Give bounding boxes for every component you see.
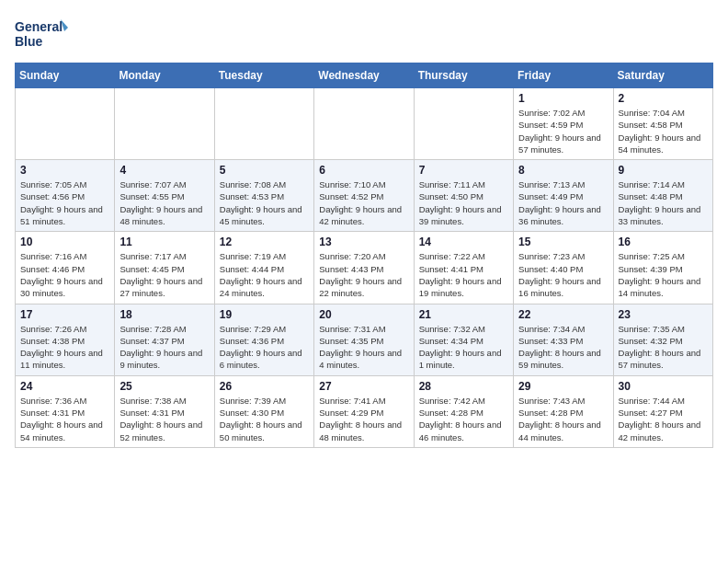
day-number: 26 [220, 380, 309, 393]
calendar-cell: 7Sunrise: 7:11 AM Sunset: 4:50 PM Daylig… [414, 160, 513, 232]
calendar-cell: 21Sunrise: 7:32 AM Sunset: 4:34 PM Dayli… [414, 304, 513, 375]
day-info: Sunrise: 7:32 AM Sunset: 4:34 PM Dayligh… [419, 323, 508, 372]
day-number: 11 [119, 236, 209, 248]
calendar-cell: 23Sunrise: 7:35 AM Sunset: 4:32 PM Dayli… [613, 304, 712, 375]
day-info: Sunrise: 7:17 AM Sunset: 4:45 PM Dayligh… [119, 250, 209, 299]
weekday-header: Thursday [414, 63, 513, 88]
calendar-row: 1Sunrise: 7:02 AM Sunset: 4:59 PM Daylig… [16, 88, 713, 160]
calendar-cell: 14Sunrise: 7:22 AM Sunset: 4:41 PM Dayli… [414, 232, 513, 304]
day-info: Sunrise: 7:20 AM Sunset: 4:43 PM Dayligh… [319, 250, 408, 299]
day-info: Sunrise: 7:10 AM Sunset: 4:52 PM Dayligh… [319, 178, 408, 227]
calendar-cell: 11Sunrise: 7:17 AM Sunset: 4:45 PM Dayli… [115, 232, 214, 304]
day-number: 16 [619, 236, 708, 248]
day-number: 2 [619, 92, 708, 105]
logo: GeneralBlue [15, 15, 70, 52]
calendar-cell: 3Sunrise: 7:05 AM Sunset: 4:56 PM Daylig… [16, 160, 115, 232]
day-number: 25 [119, 380, 209, 393]
day-number: 10 [20, 236, 109, 248]
logo-svg: GeneralBlue [15, 15, 70, 52]
day-info: Sunrise: 7:38 AM Sunset: 4:31 PM Dayligh… [119, 395, 209, 443]
day-number: 5 [220, 164, 309, 177]
calendar-cell: 5Sunrise: 7:08 AM Sunset: 4:53 PM Daylig… [214, 160, 313, 232]
calendar-cell: 25Sunrise: 7:38 AM Sunset: 4:31 PM Dayli… [115, 375, 214, 447]
calendar-cell: 22Sunrise: 7:34 AM Sunset: 4:33 PM Dayli… [514, 304, 613, 375]
calendar-row: 24Sunrise: 7:36 AM Sunset: 4:31 PM Dayli… [16, 375, 713, 447]
day-info: Sunrise: 7:28 AM Sunset: 4:37 PM Dayligh… [119, 323, 209, 372]
day-number: 23 [619, 308, 708, 321]
day-info: Sunrise: 7:36 AM Sunset: 4:31 PM Dayligh… [20, 395, 109, 443]
day-number: 3 [20, 164, 109, 177]
day-number: 21 [419, 308, 508, 321]
day-number: 6 [319, 164, 408, 177]
day-number: 17 [20, 308, 109, 321]
calendar-cell [314, 88, 414, 160]
day-number: 12 [220, 236, 309, 248]
calendar-cell: 28Sunrise: 7:42 AM Sunset: 4:28 PM Dayli… [414, 375, 513, 447]
calendar-row: 10Sunrise: 7:16 AM Sunset: 4:46 PM Dayli… [16, 232, 713, 304]
calendar-cell [214, 88, 313, 160]
calendar-cell: 19Sunrise: 7:29 AM Sunset: 4:36 PM Dayli… [214, 304, 313, 375]
calendar-cell: 26Sunrise: 7:39 AM Sunset: 4:30 PM Dayli… [214, 375, 313, 447]
weekday-header: Tuesday [214, 63, 313, 88]
day-number: 14 [419, 236, 508, 248]
svg-text:Blue: Blue [15, 34, 43, 49]
calendar-cell: 16Sunrise: 7:25 AM Sunset: 4:39 PM Dayli… [613, 232, 712, 304]
day-number: 19 [220, 308, 309, 321]
day-info: Sunrise: 7:05 AM Sunset: 4:56 PM Dayligh… [20, 178, 109, 227]
calendar-cell: 12Sunrise: 7:19 AM Sunset: 4:44 PM Dayli… [214, 232, 313, 304]
weekday-header: Monday [115, 63, 214, 88]
day-number: 20 [319, 308, 408, 321]
svg-text:General: General [15, 19, 63, 34]
day-number: 27 [319, 380, 408, 393]
day-number: 15 [518, 236, 608, 248]
day-info: Sunrise: 7:25 AM Sunset: 4:39 PM Dayligh… [619, 250, 708, 299]
day-info: Sunrise: 7:39 AM Sunset: 4:30 PM Dayligh… [220, 395, 309, 443]
day-info: Sunrise: 7:02 AM Sunset: 4:59 PM Dayligh… [518, 107, 608, 155]
calendar-cell [16, 88, 115, 160]
calendar-cell: 8Sunrise: 7:13 AM Sunset: 4:49 PM Daylig… [514, 160, 613, 232]
day-number: 18 [119, 308, 209, 321]
day-number: 4 [119, 164, 209, 177]
calendar-cell [115, 88, 214, 160]
calendar-cell: 15Sunrise: 7:23 AM Sunset: 4:40 PM Dayli… [514, 232, 613, 304]
calendar-cell: 10Sunrise: 7:16 AM Sunset: 4:46 PM Dayli… [16, 232, 115, 304]
day-number: 9 [619, 164, 708, 177]
day-number: 8 [518, 164, 608, 177]
weekday-header: Sunday [16, 63, 115, 88]
calendar-cell: 4Sunrise: 7:07 AM Sunset: 4:55 PM Daylig… [115, 160, 214, 232]
day-info: Sunrise: 7:42 AM Sunset: 4:28 PM Dayligh… [419, 395, 508, 443]
calendar-cell: 18Sunrise: 7:28 AM Sunset: 4:37 PM Dayli… [115, 304, 214, 375]
day-info: Sunrise: 7:35 AM Sunset: 4:32 PM Dayligh… [619, 323, 708, 372]
day-number: 7 [419, 164, 508, 177]
calendar-cell: 27Sunrise: 7:41 AM Sunset: 4:29 PM Dayli… [314, 375, 414, 447]
calendar-cell: 13Sunrise: 7:20 AM Sunset: 4:43 PM Dayli… [314, 232, 414, 304]
calendar-cell: 24Sunrise: 7:36 AM Sunset: 4:31 PM Dayli… [16, 375, 115, 447]
calendar-table: SundayMondayTuesdayWednesdayThursdayFrid… [15, 63, 713, 448]
day-number: 13 [319, 236, 408, 248]
day-number: 29 [518, 380, 608, 393]
day-number: 22 [518, 308, 608, 321]
calendar-cell: 2Sunrise: 7:04 AM Sunset: 4:58 PM Daylig… [613, 88, 712, 160]
day-info: Sunrise: 7:26 AM Sunset: 4:38 PM Dayligh… [20, 323, 109, 372]
day-info: Sunrise: 7:31 AM Sunset: 4:35 PM Dayligh… [319, 323, 408, 372]
calendar-cell: 20Sunrise: 7:31 AM Sunset: 4:35 PM Dayli… [314, 304, 414, 375]
weekday-header-row: SundayMondayTuesdayWednesdayThursdayFrid… [16, 63, 713, 88]
day-info: Sunrise: 7:08 AM Sunset: 4:53 PM Dayligh… [220, 178, 309, 227]
calendar-cell: 1Sunrise: 7:02 AM Sunset: 4:59 PM Daylig… [514, 88, 613, 160]
weekday-header: Saturday [613, 63, 712, 88]
calendar-cell: 17Sunrise: 7:26 AM Sunset: 4:38 PM Dayli… [16, 304, 115, 375]
day-info: Sunrise: 7:44 AM Sunset: 4:27 PM Dayligh… [619, 395, 708, 443]
day-info: Sunrise: 7:19 AM Sunset: 4:44 PM Dayligh… [220, 250, 309, 299]
calendar-row: 17Sunrise: 7:26 AM Sunset: 4:38 PM Dayli… [16, 304, 713, 375]
day-number: 28 [419, 380, 508, 393]
calendar-cell: 29Sunrise: 7:43 AM Sunset: 4:28 PM Dayli… [514, 375, 613, 447]
day-info: Sunrise: 7:04 AM Sunset: 4:58 PM Dayligh… [619, 107, 708, 155]
day-info: Sunrise: 7:41 AM Sunset: 4:29 PM Dayligh… [319, 395, 408, 443]
day-number: 1 [518, 92, 608, 105]
day-info: Sunrise: 7:13 AM Sunset: 4:49 PM Dayligh… [518, 178, 608, 227]
day-info: Sunrise: 7:07 AM Sunset: 4:55 PM Dayligh… [119, 178, 209, 227]
calendar-row: 3Sunrise: 7:05 AM Sunset: 4:56 PM Daylig… [16, 160, 713, 232]
day-info: Sunrise: 7:29 AM Sunset: 4:36 PM Dayligh… [220, 323, 309, 372]
calendar-cell: 9Sunrise: 7:14 AM Sunset: 4:48 PM Daylig… [613, 160, 712, 232]
day-number: 24 [20, 380, 109, 393]
